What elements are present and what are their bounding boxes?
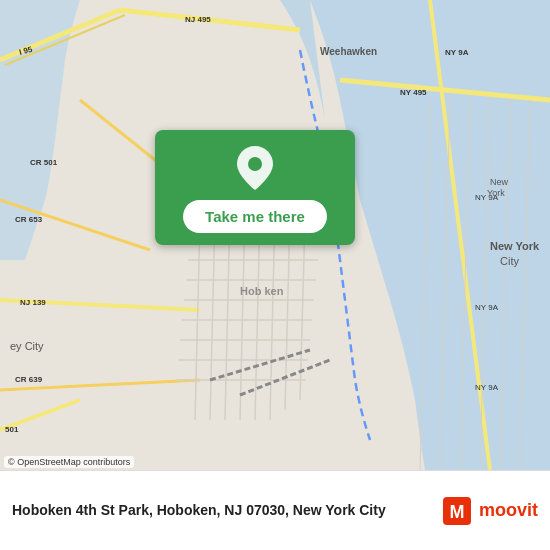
location-info: Hoboken 4th St Park, Hoboken, NJ 07030, … xyxy=(12,501,433,519)
svg-text:CR 653: CR 653 xyxy=(15,215,43,224)
svg-text:York: York xyxy=(487,188,505,198)
svg-text:M: M xyxy=(449,502,464,522)
svg-text:NY 9A: NY 9A xyxy=(475,383,499,392)
svg-text:New: New xyxy=(490,177,509,187)
moovit-text: moovit xyxy=(479,500,538,521)
map-pin-icon xyxy=(237,146,273,190)
svg-text:CR 639: CR 639 xyxy=(15,375,43,384)
bottom-bar: Hoboken 4th St Park, Hoboken, NJ 07030, … xyxy=(0,470,550,550)
svg-point-54 xyxy=(248,157,262,171)
svg-text:NY 9A: NY 9A xyxy=(445,48,469,57)
moovit-logo: M moovit xyxy=(443,497,538,525)
svg-text:City: City xyxy=(500,255,519,267)
moovit-icon: M xyxy=(443,497,471,525)
svg-text:Weehawken: Weehawken xyxy=(320,46,377,57)
svg-text:NJ 495: NJ 495 xyxy=(185,15,211,24)
svg-text:ey City: ey City xyxy=(10,340,44,352)
svg-text:CR 501: CR 501 xyxy=(30,158,58,167)
location-card: Take me there xyxy=(155,130,355,245)
svg-text:501: 501 xyxy=(5,425,19,434)
moovit-logo-container: M moovit xyxy=(443,497,538,525)
svg-text:New York: New York xyxy=(490,240,540,252)
svg-text:NY 495: NY 495 xyxy=(400,88,427,97)
svg-text:NJ 139: NJ 139 xyxy=(20,298,46,307)
location-name: Hoboken 4th St Park, Hoboken, NJ 07030, … xyxy=(12,502,386,518)
svg-text:NY 9A: NY 9A xyxy=(475,303,499,312)
svg-text:Hob   ken: Hob ken xyxy=(240,285,284,297)
map-container[interactable]: I 95 NJ 495 NY 495 NY 9A NY 9A NY 9A NY … xyxy=(0,0,550,470)
osm-attribution: © OpenStreetMap contributors xyxy=(4,456,134,468)
take-me-there-button[interactable]: Take me there xyxy=(183,200,327,233)
